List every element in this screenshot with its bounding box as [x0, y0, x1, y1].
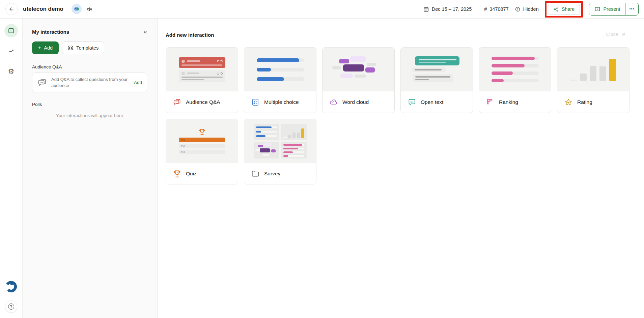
top-bar: utelecon demo Dec 15 – 17, 2025 # 347087…: [0, 0, 644, 19]
multiple-choice-thumbnail: [244, 48, 316, 91]
survey-thumbnail: [244, 119, 316, 163]
audience-qa-icon: [173, 98, 181, 107]
rail-bottom: ?: [5, 280, 18, 313]
main-panel: Add new interaction Close ✕ 2 1: [158, 19, 644, 318]
trending-up-icon: [8, 48, 15, 54]
interaction-card-open-text[interactable]: Open text: [400, 47, 473, 113]
add-interaction-button[interactable]: + Add: [32, 41, 59, 54]
interaction-card-word-cloud[interactable]: Word cloud: [322, 47, 395, 113]
open-text-icon: [408, 98, 416, 107]
sidebar-title: My interactions: [32, 29, 69, 35]
collapse-icon: «: [144, 28, 147, 35]
interaction-card-rating[interactable]: Rating: [557, 47, 629, 113]
icon-rail: ⚙ ?: [0, 19, 23, 318]
arrow-left-icon: [8, 6, 15, 12]
interaction-card-multiple-choice[interactable]: Multiple choice: [244, 47, 316, 113]
card-label-text: Quiz: [186, 171, 197, 177]
slides-icon: [8, 27, 15, 34]
annotation-highlight-box: Share: [545, 1, 583, 18]
chat-bubbles-icon: [37, 78, 47, 88]
back-button[interactable]: [5, 3, 18, 15]
collapse-sidebar-button[interactable]: «: [144, 29, 147, 35]
help-button[interactable]: ?: [5, 300, 17, 313]
sidebar-actions: + Add Templates: [32, 41, 147, 54]
main-panel-title: Add new interaction: [166, 32, 644, 38]
card-label-text: Multiple choice: [264, 99, 299, 105]
empty-interactions-text: Your interactions will appear here: [32, 113, 147, 118]
interaction-type-grid: 2 1 Audience Q&A: [166, 47, 644, 184]
date-range[interactable]: Dec 15 – 17, 2025: [423, 6, 472, 12]
integration-badge[interactable]: [72, 4, 82, 14]
close-label: Close: [606, 32, 618, 37]
rail-item-slides[interactable]: [4, 24, 18, 37]
qa-section-label: Audience Q&A: [32, 64, 147, 69]
close-icon: ✕: [621, 31, 626, 37]
card-label-text: Open text: [421, 99, 443, 105]
rail-item-results[interactable]: [4, 44, 18, 58]
close-panel-button[interactable]: Close ✕: [606, 31, 626, 37]
share-button[interactable]: Share: [548, 4, 580, 15]
share-label: Share: [562, 6, 575, 12]
trophy-icon: [173, 169, 181, 178]
rating-thumbnail: [557, 48, 629, 91]
date-range-label: Dec 15 – 17, 2025: [432, 6, 472, 12]
audio-settings-button[interactable]: [86, 6, 93, 12]
question-mark-icon: ?: [8, 303, 14, 310]
plus-icon: +: [38, 45, 41, 51]
presentation-title: utelecon demo: [23, 6, 63, 12]
templates-label: Templates: [76, 45, 99, 51]
meeting-badge-icon: [74, 6, 79, 12]
interaction-card-survey[interactable]: Survey: [244, 119, 316, 184]
speaker-icon: [86, 6, 93, 12]
polls-section-label: Polls: [32, 102, 147, 107]
audience-qa-thumbnail: 2 1: [166, 48, 238, 91]
gear-icon: ⚙: [8, 68, 15, 75]
card-label-text: Audience Q&A: [186, 99, 220, 105]
templates-button[interactable]: Templates: [62, 41, 104, 54]
folder-icon: [251, 169, 260, 178]
share-icon: [553, 6, 559, 12]
qa-prompt-card: Add Q&A to collect questions from your a…: [32, 73, 147, 92]
more-dots-icon: •••: [629, 7, 635, 11]
present-more-button[interactable]: •••: [625, 3, 638, 15]
word-cloud-icon: [329, 98, 338, 107]
word-cloud-thumbnail: [323, 48, 394, 91]
quiz-thumbnail: # 1 # 2 # 3: [166, 119, 238, 163]
voting-code-value: 3470877: [489, 6, 508, 12]
card-label-text: Survey: [264, 171, 280, 177]
present-label: Present: [603, 6, 620, 12]
qa-prompt-text: Add Q&A to collect questions from your a…: [51, 77, 130, 88]
present-button[interactable]: Present: [589, 3, 625, 15]
divider: [478, 5, 478, 13]
add-label: Add: [44, 45, 53, 51]
interaction-card-quiz[interactable]: # 1 # 2 # 3 Quiz: [166, 119, 238, 184]
interaction-card-ranking[interactable]: Ranking: [479, 47, 551, 113]
card-label-text: Rating: [577, 99, 592, 105]
card-label-text: Ranking: [499, 99, 518, 105]
ranking-icon: [486, 98, 495, 107]
ranking-thumbnail: [479, 48, 551, 91]
alert-circle-icon: [515, 6, 521, 12]
voting-code[interactable]: # 3470877: [484, 6, 509, 12]
card-label-text: Word cloud: [342, 99, 369, 105]
app-body: ⚙ ? My interactions « + Add: [0, 19, 644, 318]
app-logo: [5, 280, 18, 293]
rail-item-settings[interactable]: ⚙: [4, 64, 18, 78]
open-text-thumbnail: [401, 48, 473, 91]
multiple-choice-icon: [251, 98, 260, 107]
trophy-icon-small: [198, 128, 206, 136]
present-play-icon: [594, 6, 600, 12]
hidden-label: Hidden: [523, 6, 539, 12]
hidden-status[interactable]: Hidden: [515, 6, 539, 12]
sidebar-header: My interactions «: [32, 29, 147, 35]
grid-icon: [68, 45, 73, 51]
interaction-card-audience-qa[interactable]: 2 1 Audience Q&A: [166, 47, 238, 113]
hash-symbol: #: [484, 6, 487, 12]
present-button-group: Present •••: [589, 3, 639, 16]
qa-add-link[interactable]: Add: [134, 80, 142, 85]
top-bar-right: Dec 15 – 17, 2025 # 3470877 Hidden Share: [423, 1, 639, 18]
interactions-sidebar: My interactions « + Add Templates Audien…: [23, 19, 158, 318]
rating-star-icon: [564, 98, 573, 107]
calendar-icon: [423, 6, 429, 12]
